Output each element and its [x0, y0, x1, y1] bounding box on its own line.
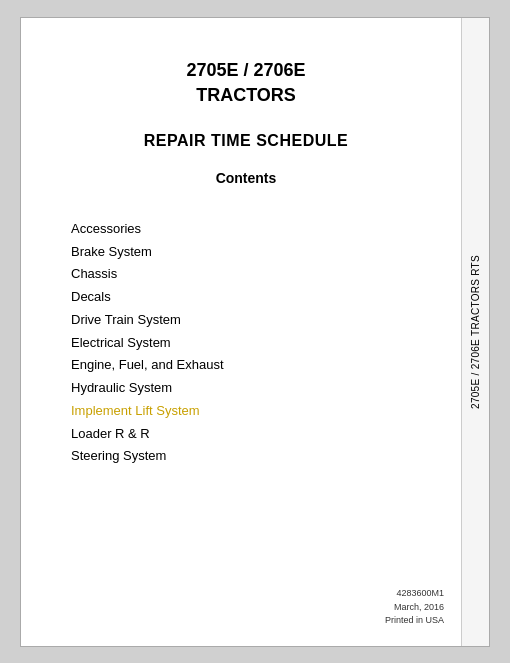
list-item: Chassis [71, 263, 431, 286]
print-location: Printed in USA [385, 614, 444, 628]
side-tab: 2705E / 2706E TRACTORS RTS [461, 18, 489, 646]
main-content: 2705E / 2706E TRACTORS REPAIR TIME SCHED… [21, 18, 461, 646]
list-item: Brake System [71, 241, 431, 264]
subtitle-section: REPAIR TIME SCHEDULE [61, 132, 431, 150]
list-item: Electrical System [71, 332, 431, 355]
title-section: 2705E / 2706E TRACTORS [61, 58, 431, 108]
contents-list: Accessories Brake System Chassis Decals … [61, 218, 431, 468]
side-tab-text: 2705E / 2706E TRACTORS RTS [470, 255, 481, 409]
main-title: 2705E / 2706E TRACTORS [61, 58, 431, 108]
list-item-highlighted: Implement Lift System [71, 400, 431, 423]
part-number: 4283600M1 [385, 587, 444, 601]
contents-label: Contents [61, 170, 431, 186]
list-item: Decals [71, 286, 431, 309]
list-item: Hydraulic System [71, 377, 431, 400]
contents-section: Contents [61, 170, 431, 186]
list-item: Loader R & R [71, 423, 431, 446]
list-item: Engine, Fuel, and Exhaust [71, 354, 431, 377]
repair-schedule-title: REPAIR TIME SCHEDULE [61, 132, 431, 150]
page-container: 2705E / 2706E TRACTORS REPAIR TIME SCHED… [20, 17, 490, 647]
title-line2: TRACTORS [196, 85, 296, 105]
footer-info: 4283600M1 March, 2016 Printed in USA [385, 587, 444, 628]
list-item: Drive Train System [71, 309, 431, 332]
list-item: Steering System [71, 445, 431, 468]
title-line1: 2705E / 2706E [186, 60, 305, 80]
print-date: March, 2016 [385, 601, 444, 615]
list-item: Accessories [71, 218, 431, 241]
